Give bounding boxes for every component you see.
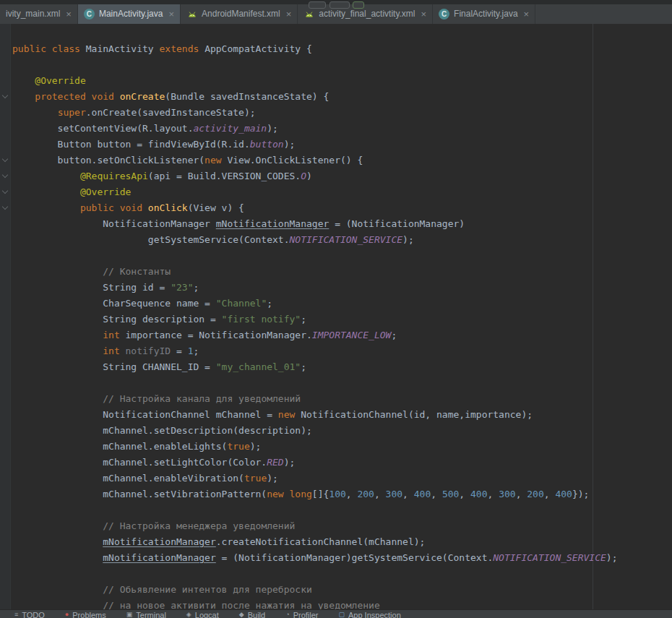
toolwindow-label: Build — [248, 611, 265, 618]
problems-icon: ● — [65, 611, 69, 618]
code-line: NotificationManager mNotificationManager… — [12, 216, 672, 232]
toolwindow-label: Logcat — [195, 611, 219, 618]
android-icon — [303, 9, 314, 20]
code-line: String id = "23"; — [12, 280, 672, 296]
tab-finalactivity-java[interactable]: CFinalActivity.java× — [433, 4, 535, 24]
code-line — [12, 566, 672, 582]
code-line: // Константы — [12, 264, 672, 280]
fold-marker-icon[interactable] — [2, 93, 8, 99]
app-inspection-icon: ▢ — [338, 611, 345, 618]
tab-label: ivity_main.xml — [6, 4, 60, 24]
code-line: NotificationChannel mChannel = new Notif… — [12, 407, 672, 423]
toolwindow-button-app-inspection[interactable]: ▢App Inspection — [338, 611, 400, 618]
tab-mainactivity-java[interactable]: CMainActivity.java× — [78, 4, 181, 24]
close-tab-icon[interactable]: × — [168, 9, 174, 19]
fold-marker-icon[interactable] — [2, 189, 8, 194]
code-line: // Обьявление интентов для переброски — [12, 582, 672, 598]
fold-marker-icon[interactable] — [2, 157, 8, 163]
toolwindow-label: Problems — [72, 611, 105, 618]
code-line — [12, 375, 672, 391]
tab-label: MainActivity.java — [99, 4, 163, 24]
code-line: mChannel.setVibrationPattern(new long[]{… — [12, 486, 672, 502]
code-line: mNotificationManager.createNotificationC… — [12, 534, 672, 550]
todo-icon: ≡ — [14, 611, 18, 618]
toolwindow-label: Profiler — [293, 611, 319, 618]
toolbar-fragment — [309, 1, 326, 9]
code-line: String CHANNEL_ID = "my_channel_01"; — [12, 359, 672, 375]
toolwindow-button-problems[interactable]: ●Problems — [65, 611, 106, 618]
code-line: protected void onCreate(Bundle savedInst… — [12, 89, 672, 105]
code-scroll[interactable]: public class MainActivity extends AppCom… — [11, 24, 672, 609]
code-line: button.setOnClickListener(new View.OnCli… — [12, 153, 672, 168]
code-line: public class MainActivity extends AppCom… — [12, 41, 672, 57]
close-tab-icon[interactable]: × — [286, 9, 292, 19]
code-line: // Настройка менеджера уведомлений — [12, 518, 672, 534]
code-line — [12, 502, 672, 518]
tab-androidmanifest-xml[interactable]: AndroidManifest.xml× — [181, 4, 298, 24]
status-bar: ≡TODO●Problems▣Terminal◈Logcat◆Build◔Pro… — [0, 609, 672, 618]
toolwindow-button-logcat[interactable]: ◈Logcat — [186, 611, 219, 618]
code-line: mChannel.setLightColor(Color.RED); — [12, 455, 672, 471]
fold-marker-icon[interactable] — [2, 173, 8, 179]
code-line: mNotificationManager = (NotificationMana… — [12, 550, 672, 566]
editor-gutter — [0, 24, 11, 609]
code-line: mChannel.enableLights(true); — [12, 439, 672, 455]
ide-window: ivity_main.xml×CMainActivity.java×Androi… — [0, 0, 672, 618]
toolbar-fragment — [329, 1, 350, 9]
run-button-fragment — [353, 1, 364, 9]
close-tab-icon[interactable]: × — [524, 9, 530, 19]
toolwindow-label: Terminal — [136, 611, 166, 618]
code-line — [12, 248, 672, 264]
code-line: @Override — [12, 184, 672, 200]
class-icon: C — [84, 9, 95, 20]
fold-marker-icon[interactable] — [2, 205, 8, 210]
tab-label: FinalActivity.java — [454, 4, 517, 24]
code-line: @Override — [12, 73, 672, 89]
code-line: String description = "first notify"; — [12, 312, 672, 327]
editor-area[interactable]: public class MainActivity extends AppCom… — [0, 24, 672, 609]
code-line: // Настройка канала для уведомлений — [12, 391, 672, 407]
code-line: setContentView(R.layout.activity_main); — [12, 121, 672, 137]
toolwindow-label: App Inspection — [348, 611, 401, 618]
code-line: public void onClick(View v) { — [12, 200, 672, 216]
tab-ivity-main-xml[interactable]: ivity_main.xml× — [0, 4, 78, 24]
class-icon: C — [439, 9, 449, 20]
terminal-icon: ▣ — [126, 611, 133, 618]
code-line: super.onCreate(savedInstanceState); — [12, 105, 672, 121]
code-line: mChannel.enableVibration(true); — [12, 471, 672, 486]
logcat-icon: ◈ — [186, 611, 191, 618]
toolwindow-button-profiler[interactable]: ◔Profiler — [285, 611, 318, 618]
toolwindow-button-build[interactable]: ◆Build — [239, 611, 265, 618]
profiler-icon: ◔ — [285, 611, 289, 618]
toolwindow-label: TODO — [22, 611, 45, 618]
close-tab-icon[interactable]: × — [421, 9, 427, 19]
android-icon — [186, 9, 197, 20]
code-line: getSystemService(Context.NOTIFICATION_SE… — [12, 232, 672, 248]
code-line — [12, 57, 672, 73]
toolwindow-button-terminal[interactable]: ▣Terminal — [126, 611, 166, 618]
toolbar-strip — [0, 0, 672, 4]
code-content[interactable]: public class MainActivity extends AppCom… — [11, 24, 672, 609]
close-tab-icon[interactable]: × — [66, 9, 72, 19]
build-hammer-icon: ◆ — [239, 611, 244, 618]
code-line: int importance = NotificationManager.IMP… — [12, 327, 672, 343]
code-line: CharSequence name = "Channel"; — [12, 296, 672, 312]
code-line: Button button = findViewById(R.id.button… — [12, 137, 672, 153]
tab-label: AndroidManifest.xml — [202, 4, 280, 24]
code-line: mChannel.setDescription(description); — [12, 423, 672, 439]
code-line: // на новое активити после нажатия на ув… — [12, 598, 672, 609]
toolwindow-button-todo[interactable]: ≡TODO — [14, 611, 45, 618]
code-line: int notifyID = 1; — [12, 343, 672, 359]
code-line: @RequiresApi(api = Build.VERSION_CODES.O… — [12, 168, 672, 184]
